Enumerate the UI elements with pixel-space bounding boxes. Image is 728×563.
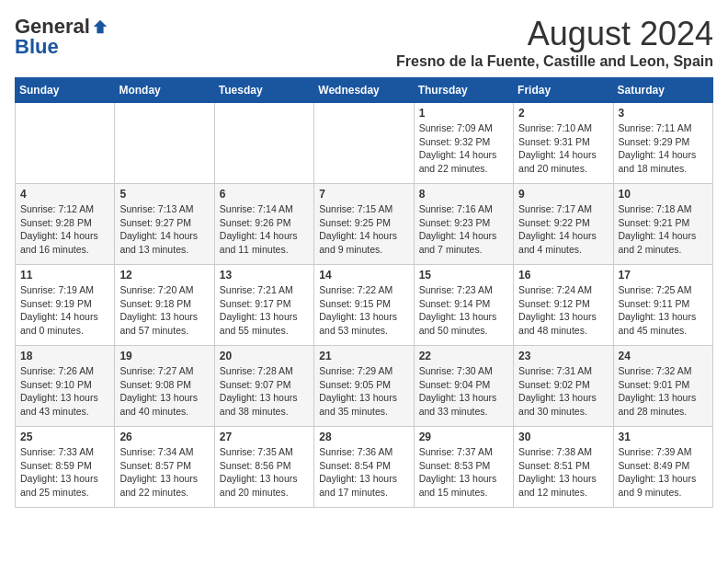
- calendar-cell: 30 Sunrise: 7:38 AMSunset: 8:51 PMDaylig…: [514, 427, 613, 508]
- calendar-cell: 14 Sunrise: 7:22 AMSunset: 9:15 PMDaylig…: [314, 265, 414, 346]
- calendar-cell: 17 Sunrise: 7:25 AMSunset: 9:11 PMDaylig…: [613, 265, 712, 346]
- day-number: 26: [119, 431, 209, 443]
- calendar-cell: 28 Sunrise: 7:36 AMSunset: 8:54 PMDaylig…: [314, 427, 414, 508]
- calendar-week-row: 25 Sunrise: 7:33 AMSunset: 8:59 PMDaylig…: [16, 427, 713, 508]
- day-number: 30: [518, 431, 608, 443]
- calendar-cell: [16, 103, 115, 184]
- day-number: 4: [20, 188, 109, 201]
- calendar-week-row: 11 Sunrise: 7:19 AMSunset: 9:19 PMDaylig…: [16, 265, 713, 346]
- weekday-header: Sunday: [16, 78, 115, 103]
- day-number: 10: [619, 188, 708, 201]
- day-number: 9: [518, 188, 608, 201]
- calendar-cell: 16 Sunrise: 7:24 AMSunset: 9:12 PMDaylig…: [514, 265, 613, 346]
- day-info: Sunrise: 7:15 AMSunset: 9:25 PMDaylight:…: [319, 202, 408, 257]
- day-info: Sunrise: 7:34 AMSunset: 8:57 PMDaylight:…: [119, 445, 209, 500]
- day-info: Sunrise: 7:16 AMSunset: 9:23 PMDaylight:…: [419, 202, 508, 257]
- day-number: 5: [119, 188, 209, 201]
- calendar-cell: 8 Sunrise: 7:16 AMSunset: 9:23 PMDayligh…: [414, 184, 513, 265]
- day-info: Sunrise: 7:11 AMSunset: 9:29 PMDaylight:…: [619, 121, 708, 176]
- day-info: Sunrise: 7:25 AMSunset: 9:11 PMDaylight:…: [619, 283, 708, 338]
- calendar-week-row: 1 Sunrise: 7:09 AMSunset: 9:32 PMDayligh…: [16, 103, 713, 184]
- day-info: Sunrise: 7:28 AMSunset: 9:07 PMDaylight:…: [220, 364, 309, 419]
- day-number: 8: [419, 188, 508, 201]
- calendar-week-row: 18 Sunrise: 7:26 AMSunset: 9:10 PMDaylig…: [16, 346, 713, 427]
- day-number: 28: [319, 431, 408, 443]
- day-info: Sunrise: 7:33 AMSunset: 8:59 PMDaylight:…: [20, 445, 109, 500]
- calendar-cell: 24 Sunrise: 7:32 AMSunset: 9:01 PMDaylig…: [613, 346, 712, 427]
- calendar-cell: 4 Sunrise: 7:12 AMSunset: 9:28 PMDayligh…: [16, 184, 115, 265]
- calendar-cell: 22 Sunrise: 7:30 AMSunset: 9:04 PMDaylig…: [414, 346, 513, 427]
- day-number: 13: [220, 269, 309, 282]
- day-info: Sunrise: 7:31 AMSunset: 9:02 PMDaylight:…: [518, 364, 608, 419]
- calendar-cell: 20 Sunrise: 7:28 AMSunset: 9:07 PMDaylig…: [214, 346, 313, 427]
- calendar-week-row: 4 Sunrise: 7:12 AMSunset: 9:28 PMDayligh…: [16, 184, 713, 265]
- day-info: Sunrise: 7:09 AMSunset: 9:32 PMDaylight:…: [419, 121, 508, 176]
- calendar-cell: [115, 103, 214, 184]
- day-number: 16: [518, 269, 608, 282]
- day-number: 11: [20, 269, 109, 282]
- calendar-cell: 3 Sunrise: 7:11 AMSunset: 9:29 PMDayligh…: [613, 103, 712, 184]
- day-number: 12: [119, 269, 209, 282]
- day-info: Sunrise: 7:23 AMSunset: 9:14 PMDaylight:…: [419, 283, 508, 338]
- month-title: August 2024: [396, 15, 713, 53]
- day-number: 1: [419, 107, 508, 120]
- day-info: Sunrise: 7:14 AMSunset: 9:26 PMDaylight:…: [220, 202, 309, 257]
- calendar-cell: 12 Sunrise: 7:20 AMSunset: 9:18 PMDaylig…: [115, 265, 214, 346]
- calendar-cell: 27 Sunrise: 7:35 AMSunset: 8:56 PMDaylig…: [214, 427, 313, 508]
- location: Fresno de la Fuente, Castille and Leon, …: [396, 53, 713, 70]
- svg-marker-0: [94, 20, 107, 33]
- calendar-cell: 21 Sunrise: 7:29 AMSunset: 9:05 PMDaylig…: [314, 346, 414, 427]
- day-number: 7: [319, 188, 408, 201]
- day-number: 15: [419, 269, 508, 282]
- day-number: 6: [220, 188, 309, 201]
- day-number: 25: [20, 431, 109, 443]
- day-number: 14: [319, 269, 408, 282]
- day-info: Sunrise: 7:10 AMSunset: 9:31 PMDaylight:…: [518, 121, 608, 176]
- day-info: Sunrise: 7:29 AMSunset: 9:05 PMDaylight:…: [319, 364, 408, 419]
- weekday-header: Saturday: [613, 78, 712, 103]
- day-info: Sunrise: 7:21 AMSunset: 9:17 PMDaylight:…: [220, 283, 309, 338]
- day-number: 24: [619, 350, 708, 362]
- day-info: Sunrise: 7:26 AMSunset: 9:10 PMDaylight:…: [20, 364, 109, 419]
- day-info: Sunrise: 7:19 AMSunset: 9:19 PMDaylight:…: [20, 283, 109, 338]
- day-number: 2: [518, 107, 608, 120]
- weekday-header-row: SundayMondayTuesdayWednesdayThursdayFrid…: [16, 78, 713, 103]
- calendar-cell: 25 Sunrise: 7:33 AMSunset: 8:59 PMDaylig…: [16, 427, 115, 508]
- calendar-cell: [314, 103, 414, 184]
- day-info: Sunrise: 7:36 AMSunset: 8:54 PMDaylight:…: [319, 445, 408, 500]
- title-section: August 2024 Fresno de la Fuente, Castill…: [396, 15, 713, 70]
- day-info: Sunrise: 7:30 AMSunset: 9:04 PMDaylight:…: [419, 364, 508, 419]
- day-number: 19: [119, 350, 209, 362]
- day-number: 18: [20, 350, 109, 362]
- day-info: Sunrise: 7:37 AMSunset: 8:53 PMDaylight:…: [419, 445, 508, 500]
- calendar-cell: 26 Sunrise: 7:34 AMSunset: 8:57 PMDaylig…: [115, 427, 214, 508]
- day-info: Sunrise: 7:18 AMSunset: 9:21 PMDaylight:…: [619, 202, 708, 257]
- day-info: Sunrise: 7:13 AMSunset: 9:27 PMDaylight:…: [119, 202, 209, 257]
- logo: General Blue: [15, 15, 108, 59]
- weekday-header: Monday: [115, 78, 214, 103]
- day-number: 31: [619, 431, 708, 443]
- calendar-cell: 13 Sunrise: 7:21 AMSunset: 9:17 PMDaylig…: [214, 265, 313, 346]
- calendar-cell: 11 Sunrise: 7:19 AMSunset: 9:19 PMDaylig…: [16, 265, 115, 346]
- day-info: Sunrise: 7:35 AMSunset: 8:56 PMDaylight:…: [220, 445, 309, 500]
- calendar-cell: 15 Sunrise: 7:23 AMSunset: 9:14 PMDaylig…: [414, 265, 513, 346]
- weekday-header: Thursday: [414, 78, 513, 103]
- day-info: Sunrise: 7:20 AMSunset: 9:18 PMDaylight:…: [119, 283, 209, 338]
- weekday-header: Tuesday: [214, 78, 313, 103]
- calendar-cell: 10 Sunrise: 7:18 AMSunset: 9:21 PMDaylig…: [613, 184, 712, 265]
- day-number: 3: [619, 107, 708, 120]
- weekday-header: Wednesday: [314, 78, 414, 103]
- day-number: 21: [319, 350, 408, 362]
- calendar-cell: 9 Sunrise: 7:17 AMSunset: 9:22 PMDayligh…: [514, 184, 613, 265]
- day-info: Sunrise: 7:22 AMSunset: 9:15 PMDaylight:…: [319, 283, 408, 338]
- day-info: Sunrise: 7:12 AMSunset: 9:28 PMDaylight:…: [20, 202, 109, 257]
- day-info: Sunrise: 7:39 AMSunset: 8:49 PMDaylight:…: [619, 445, 708, 500]
- calendar-cell: 18 Sunrise: 7:26 AMSunset: 9:10 PMDaylig…: [16, 346, 115, 427]
- calendar-cell: 1 Sunrise: 7:09 AMSunset: 9:32 PMDayligh…: [414, 103, 513, 184]
- calendar-cell: 6 Sunrise: 7:14 AMSunset: 9:26 PMDayligh…: [214, 184, 313, 265]
- logo-blue-text: Blue: [15, 35, 59, 59]
- day-info: Sunrise: 7:38 AMSunset: 8:51 PMDaylight:…: [518, 445, 608, 500]
- day-number: 23: [518, 350, 608, 362]
- day-number: 27: [220, 431, 309, 443]
- day-info: Sunrise: 7:32 AMSunset: 9:01 PMDaylight:…: [619, 364, 708, 419]
